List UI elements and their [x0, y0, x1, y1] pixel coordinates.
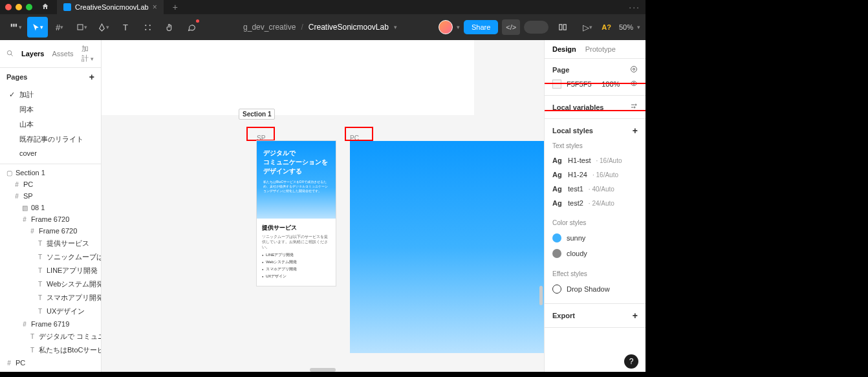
page-section-header: Page	[552, 66, 569, 74]
file-name[interactable]: CreativeSonicmoovLab	[309, 23, 389, 32]
page-item[interactable]: cover	[0, 147, 101, 160]
svg-point-4	[145, 25, 146, 26]
user-avatar[interactable]	[439, 20, 453, 34]
color-styles-header: Color styles	[552, 219, 638, 226]
hand-tool[interactable]	[159, 17, 180, 38]
layer-row[interactable]: ▢Section 1	[0, 167, 101, 178]
comment-tool[interactable]	[181, 17, 202, 38]
dev-mode-toggle[interactable]	[524, 21, 548, 34]
layer-row[interactable]: #Frame 6719	[0, 318, 101, 330]
page-item[interactable]: 岡本	[0, 102, 101, 117]
layer-row[interactable]: Tスマホアプリ開発	[0, 291, 101, 305]
section-label[interactable]: Section 1	[239, 109, 275, 120]
annotation-box-sp	[246, 127, 275, 141]
text-styles-header: Text styles	[552, 142, 638, 149]
file-chevron-icon[interactable]: ▾	[394, 24, 397, 30]
present-button[interactable]: ▷▾	[577, 17, 598, 38]
svg-point-11	[633, 83, 635, 85]
canvas-scrollbar-v[interactable]	[539, 286, 543, 305]
new-tab-button[interactable]: +	[173, 2, 178, 12]
svg-point-6	[145, 28, 146, 30]
layer-row[interactable]: T私たちはBtoCサービ...	[0, 343, 101, 357]
resources-tool[interactable]	[137, 17, 158, 38]
add-export-button[interactable]: +	[633, 310, 638, 321]
avatar-chevron-icon[interactable]: ▾	[457, 24, 460, 30]
dev-mode-button[interactable]: </>	[502, 19, 520, 35]
pen-tool[interactable]: ▾	[93, 17, 114, 38]
prototype-tab[interactable]: Prototype	[585, 45, 616, 53]
library-icon[interactable]	[552, 17, 573, 38]
layer-row[interactable]: TWebシステム開発	[0, 277, 101, 291]
layer-row[interactable]: #PC	[0, 178, 101, 190]
window-maximize[interactable]	[26, 4, 32, 10]
search-icon[interactable]	[6, 50, 14, 58]
page-item[interactable]: ✓加計	[0, 87, 101, 102]
page-color-swatch[interactable]	[552, 80, 561, 89]
visibility-icon[interactable]	[630, 80, 638, 89]
zoom-chevron-icon[interactable]: ▾	[637, 24, 640, 30]
layer-row[interactable]: Tソニックムーブは...	[0, 250, 101, 264]
main-menu-button[interactable]: ▾	[5, 17, 26, 38]
window-minimize[interactable]	[16, 4, 22, 10]
svg-point-13	[634, 107, 635, 108]
file-tab[interactable]: CreativeSonicmoovLab ×	[57, 0, 164, 14]
tab-close-icon[interactable]: ×	[153, 3, 157, 12]
svg-point-7	[149, 28, 150, 30]
page-color-hex[interactable]: F5F5F5	[567, 80, 592, 88]
move-tool[interactable]: ▾	[27, 17, 48, 38]
home-icon[interactable]	[41, 3, 49, 12]
layer-row[interactable]: ▧08 1	[0, 202, 101, 213]
svg-point-8	[7, 50, 11, 54]
page-item[interactable]: 山本	[0, 117, 101, 132]
layer-row[interactable]: TUXデザイン	[0, 305, 101, 318]
sp-heading: デジタルで コミュニケーションを デザインする	[263, 149, 329, 176]
add-page-button[interactable]: +	[89, 72, 94, 82]
add-style-button[interactable]: +	[633, 125, 638, 136]
layer-row[interactable]: T1234567	[0, 369, 101, 372]
svg-point-5	[149, 25, 150, 26]
page-settings-icon[interactable]	[630, 65, 638, 74]
canvas-scrollbar-h[interactable]	[310, 368, 336, 372]
share-button[interactable]: Share	[464, 20, 498, 34]
frame-pc[interactable]	[350, 141, 544, 353]
variables-settings-icon[interactable]	[630, 102, 638, 112]
text-style-row[interactable]: AgH1-24 · 16/Auto	[552, 167, 638, 182]
layer-row[interactable]: #PC	[0, 357, 101, 369]
frame-sp[interactable]: デジタルで コミュニケーションを デザインする 私たちはBtoCサービスをDXで…	[257, 141, 336, 286]
breadcrumb-sep: /	[301, 23, 303, 32]
effect-styles-header: Effect styles	[552, 270, 638, 277]
layer-row[interactable]: #Frame 6720	[0, 213, 101, 225]
missing-fonts-icon[interactable]: A?	[602, 23, 611, 31]
layer-row[interactable]: #SP	[0, 190, 101, 202]
layer-row[interactable]: Tデジタルで コミュニ...	[0, 330, 101, 343]
text-tool[interactable]: T	[115, 17, 136, 38]
layer-row[interactable]: T提供サービス	[0, 237, 101, 250]
sp-lead: 私たちはBtoCサービスをDXで成功させるため、貴社が提供するデジタルコミュニケ…	[263, 180, 329, 193]
text-style-row[interactable]: AgH1-test · 16/Auto	[552, 153, 638, 167]
sp-list-item: スマホアプリ開発	[262, 266, 331, 272]
sp-h2: 提供サービス	[262, 224, 331, 232]
layer-row[interactable]: TLINEアプリ開発	[0, 264, 101, 277]
page-item[interactable]: 既存記事のリライト	[0, 132, 101, 147]
team-name[interactable]: g_dev_creative	[243, 23, 296, 32]
window-close[interactable]	[5, 4, 12, 10]
assets-tab[interactable]: Assets	[52, 50, 73, 58]
shape-tool[interactable]: ▾	[71, 17, 92, 38]
text-style-row[interactable]: Agtest2 · 24/Auto	[552, 196, 638, 210]
page-opacity[interactable]: 100%	[602, 80, 620, 88]
effect-style-row[interactable]: Drop Shadow	[552, 281, 638, 297]
design-tab[interactable]: Design	[552, 45, 576, 53]
color-style-row[interactable]: sunny	[552, 230, 638, 246]
pages-header: Pages	[6, 73, 27, 81]
layers-tab[interactable]: Layers	[21, 50, 44, 58]
canvas[interactable]: Section 1 SP PC デジタルで コミュニケーションを デザインする …	[102, 40, 544, 372]
frame-tool[interactable]: #▾	[49, 17, 70, 38]
titlebar-more-icon[interactable]: ···	[629, 2, 640, 12]
layer-row[interactable]: #Frame 6720	[0, 225, 101, 237]
zoom-level[interactable]: 50%	[619, 23, 633, 31]
local-variables-header[interactable]: Local variables	[552, 103, 604, 111]
page-selector[interactable]: 加計 ▾	[81, 44, 95, 63]
help-button[interactable]: ?	[624, 354, 638, 369]
text-style-row[interactable]: Agtest1 · 40/Auto	[552, 182, 638, 196]
color-style-row[interactable]: cloudy	[552, 246, 638, 261]
